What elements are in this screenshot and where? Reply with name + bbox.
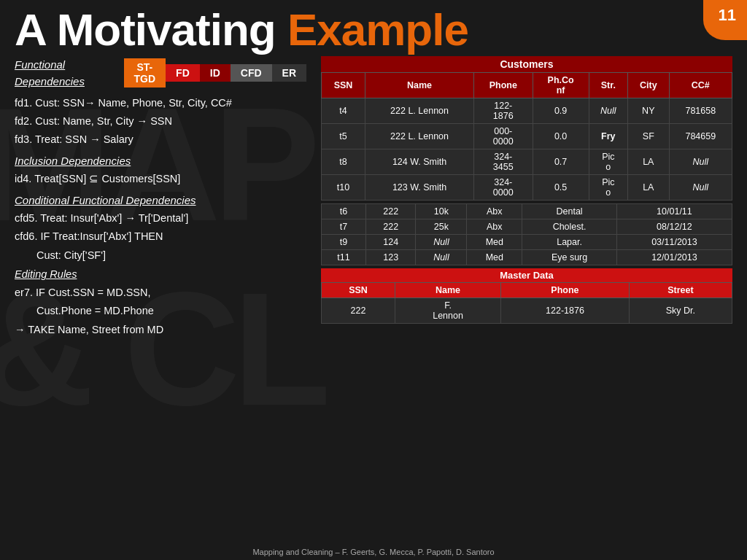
conditional-header: Conditional Functional Dependencies	[15, 192, 306, 209]
col-ssn: SSN	[322, 73, 365, 98]
table-row: t11 123 Null Med Eye surg 12/01/2013	[322, 250, 732, 265]
col-phconf: Ph.Conf	[533, 73, 589, 98]
treatments-section: t6 222 10k Abx Dental 10/01/11 t7 222 25…	[321, 203, 732, 265]
table-row: t9 124 Null Med Lapar. 03/11/2013	[322, 235, 732, 250]
left-column: Functional Dependencies ST-TGD FD ID CFD…	[15, 56, 306, 340]
main-title: A Motivating Example	[15, 7, 732, 52]
col-phone: Phone	[474, 73, 533, 98]
col-city: City	[627, 73, 669, 98]
table-row: 222 F.Lennon 122-1876 Sky Dr.	[322, 298, 732, 324]
title-part1: A Motivating	[15, 4, 287, 55]
fd2-text: fd2. Cust: Name, Str, City → SSN	[15, 113, 306, 129]
inclusion-deps-header: Inclusion Dependencies	[15, 152, 306, 169]
master-data-section: Master Data SSN Name Phone Street 222	[321, 268, 732, 324]
cfd5-text: cfd5. Treat: Insur['Abx'] → Tr['Dental']	[15, 210, 306, 226]
editing-rules-header: Editing Rules	[15, 266, 306, 282]
table-row: t8 124 W. Smith 324-3455 0.7 Pico LA Nul…	[322, 149, 732, 175]
table-row: t7 222 25k Abx Cholest. 08/12/12	[322, 219, 732, 235]
tab-st-tgd[interactable]: ST-TGD	[124, 58, 166, 88]
er7-line1: er7. IF Cust.SSN = MD.SSN,	[15, 284, 306, 300]
right-column: Customers SSN Name Phone Ph.Conf Str. Ci…	[321, 56, 732, 340]
tab-cfd[interactable]: CFD	[231, 64, 272, 82]
tab-er[interactable]: ER	[272, 64, 306, 82]
customers-table: SSN Name Phone Ph.Conf Str. City CC# t4	[321, 72, 732, 201]
treatments-table: t6 222 10k Abx Dental 10/01/11 t7 222 25…	[321, 203, 732, 265]
master-table: SSN Name Phone Street 222 F.Lennon 122-1…	[321, 282, 732, 324]
slide-number: 11	[719, 6, 736, 25]
col-name: Name	[365, 73, 474, 98]
er7-line2: Cust.Phone = MD.Phone	[15, 303, 306, 319]
er7-line3: → TAKE Name, Street from MD	[15, 322, 306, 338]
customers-title: Customers	[321, 56, 732, 72]
footer: Mapping and Cleaning – F. Geerts, G. Mec…	[0, 548, 747, 556]
nav-tabs: ST-TGD FD ID CFD ER	[124, 58, 306, 88]
table-row: t10 123 W. Smith 324-0000 0.5 Pico LA Nu…	[322, 175, 732, 201]
fd3-text: fd3. Treat: SSN → Salary	[15, 131, 306, 147]
master-col-name: Name	[395, 283, 501, 298]
tab-id[interactable]: ID	[200, 64, 231, 82]
footer-text: Mapping and Cleaning – F. Geerts, G. Mec…	[252, 548, 494, 556]
fd1-text: fd1. Cust: SSN→ Name, Phone, Str, City, …	[15, 95, 306, 111]
table-row: t5 222 L. Lennon 000-0000 0.0 Fry SF 784…	[322, 124, 732, 149]
table-row: t6 222 10k Abx Dental 10/01/11	[322, 204, 732, 219]
title-part2: Example	[287, 4, 468, 55]
customers-section: Customers SSN Name Phone Ph.Conf Str. Ci…	[321, 56, 732, 201]
cfd6-line1: cfd6. IF Treat:Insur['Abx'] THEN	[15, 228, 306, 244]
col-str: Str.	[589, 73, 627, 98]
master-col-street: Street	[629, 283, 732, 298]
table-row: t4 222 L. Lennon 122-1876 0.9 Null NY 78…	[322, 98, 732, 124]
col-cc: CC#	[669, 73, 732, 98]
master-data-title: Master Data	[321, 268, 732, 282]
cfd6-line2: Cust: City['SF']	[15, 247, 306, 263]
master-col-ssn: SSN	[322, 283, 395, 298]
id4-text: id4. Treat[SSN] ⊆ Customers[SSN]	[15, 171, 306, 187]
tab-fd[interactable]: FD	[166, 64, 200, 82]
functional-deps-header: Functional Dependencies	[15, 56, 118, 90]
master-col-phone: Phone	[501, 283, 630, 298]
